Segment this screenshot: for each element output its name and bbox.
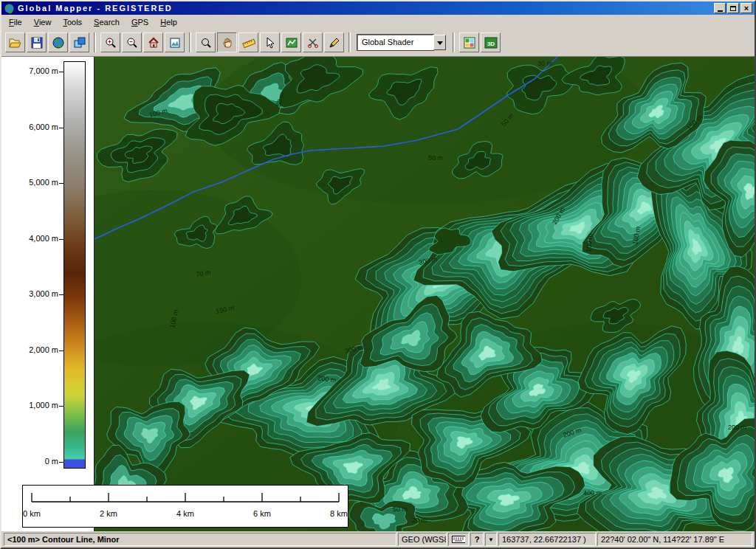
menu-file[interactable]: File: [3, 16, 28, 28]
status-projection: GEO (WGS8: [398, 533, 447, 546]
path-profile-tool-button[interactable]: [281, 32, 301, 52]
legend-label: 6,000 m: [29, 122, 58, 131]
zoom-out-icon: [126, 37, 138, 49]
restore-icon: [730, 6, 736, 11]
toolbar-separator: [348, 32, 351, 52]
status-projected-coordinates: 163737, 22.66722137 ): [498, 533, 596, 546]
app-window: Global Mapper - REGISTERED × FileViewToo…: [0, 0, 756, 549]
pen-icon: [329, 37, 340, 49]
minimize-button[interactable]: [714, 3, 726, 13]
home-icon: [148, 37, 159, 49]
legend-label: 2,000 m: [29, 345, 58, 354]
keyboard-icon: [452, 535, 465, 544]
status-bar: <100 m> Contour Line, Minor GEO (WGS8 ? …: [1, 531, 755, 548]
open-button[interactable]: [5, 32, 25, 52]
elevation-gradient-bar: [63, 61, 86, 469]
scale-bar: 0 km2 km4 km6 km8 km: [22, 485, 348, 528]
map-extent-icon: [169, 37, 181, 49]
toolbar-separator: [453, 32, 455, 52]
globe-icon: [52, 37, 64, 49]
contour-label: 50 m: [393, 505, 408, 513]
elevation-legend: 7,000 m6,000 m5,000 m4,000 m3,000 m2,000…: [1, 57, 94, 531]
shader-dropdown[interactable]: Global Shader: [357, 35, 446, 50]
legend-label: 5,000 m: [29, 178, 58, 187]
scale-label: 6 km: [253, 509, 271, 518]
ruler-icon: [242, 37, 255, 49]
contour-label: 50 m: [428, 154, 443, 162]
zoom-full-button[interactable]: [143, 32, 163, 52]
legend-tick: [59, 72, 63, 72]
scale-label: 0 km: [23, 509, 41, 518]
legend-tick: [59, 183, 63, 184]
contour-label: 30 m: [537, 60, 552, 67]
title-bar[interactable]: Global Mapper - REGISTERED ×: [1, 1, 755, 15]
legend-tick: [59, 294, 63, 295]
menu-gps[interactable]: GPS: [126, 16, 154, 28]
crop-tool-button[interactable]: [303, 32, 323, 52]
legend-label: 4,000 m: [29, 234, 58, 243]
map-canvas[interactable]: 30 m50 m100 m50 m50 m70 m150 m100 m300 m…: [94, 57, 755, 531]
scissors-icon: [307, 37, 319, 49]
contour-label: 400 m: [583, 489, 602, 497]
export-button[interactable]: [69, 32, 89, 52]
window-controls: ×: [712, 3, 752, 13]
close-icon: ×: [744, 4, 749, 12]
map-view: 30 m50 m100 m50 m50 m70 m150 m100 m300 m…: [1, 57, 755, 531]
zoom-in-icon: [105, 37, 117, 49]
toolbar-separator: [94, 32, 96, 52]
legend-label: 0 m: [45, 457, 58, 466]
digitizer-tool-button[interactable]: [324, 32, 344, 52]
scale-label: 2 km: [100, 509, 117, 518]
help-button[interactable]: ?: [470, 533, 484, 546]
restore-button[interactable]: [727, 3, 739, 13]
menu-help[interactable]: Help: [154, 16, 183, 28]
keyboard-shortcuts-button[interactable]: [448, 533, 469, 546]
menu-tools[interactable]: Tools: [57, 16, 88, 28]
contour-label: 200 m: [728, 424, 746, 431]
status-geographic-coordinates: 22?40' 02.00" N, 114?22' 17.89" E: [597, 533, 752, 546]
menu-view[interactable]: View: [28, 16, 58, 28]
chevron-down-icon[interactable]: [433, 35, 446, 50]
menu-search[interactable]: Search: [88, 16, 126, 28]
toolbar-separator: [189, 32, 191, 52]
minimize-icon: [718, 10, 723, 12]
pan-tool-button[interactable]: [217, 32, 237, 52]
scale-bar-ticks: [23, 488, 348, 508]
3d-view-button[interactable]: 3D: [481, 32, 501, 52]
online-imagery-button[interactable]: [48, 32, 68, 52]
window-title: Global Mapper - REGISTERED: [18, 4, 712, 13]
cursor-arrow-icon: [264, 37, 276, 49]
menu-bar: FileViewToolsSearchGPSHelp: [1, 15, 755, 29]
contour-label: 20 m: [412, 517, 427, 524]
full-extent-button[interactable]: [165, 32, 185, 52]
magnifier-icon: [200, 37, 212, 49]
legend-tick: [59, 462, 63, 463]
down-triangle-icon: ▼: [488, 536, 494, 543]
legend-tick: [59, 239, 63, 240]
legend-tick: [59, 128, 63, 128]
shader-dropdown-value: Global Shader: [357, 35, 433, 50]
legend-tick: [59, 351, 63, 351]
select-tool-button[interactable]: [260, 32, 280, 52]
layers-icon: [74, 37, 86, 49]
profile-line-icon: [286, 37, 298, 49]
app-icon: [4, 3, 15, 14]
overlay-grid-icon: [464, 37, 475, 49]
zoom-out-button[interactable]: [122, 32, 142, 52]
legend-label: 3,000 m: [29, 289, 58, 298]
scale-label: 8 km: [330, 509, 348, 518]
close-button[interactable]: ×: [740, 3, 752, 13]
overlay-control-button[interactable]: [459, 32, 479, 52]
status-feature-text: <100 m> Contour Line, Minor: [4, 533, 396, 546]
zoom-tool-button[interactable]: [196, 32, 216, 52]
measure-tool-button[interactable]: [238, 32, 258, 52]
toolbar: Global Shader 3D: [1, 29, 755, 57]
coordinate-format-arrow[interactable]: ▼: [485, 533, 497, 546]
legend-label: 1,000 m: [29, 401, 58, 410]
svg-text:3D: 3D: [487, 40, 494, 46]
zoom-in-button[interactable]: [100, 32, 120, 52]
open-folder-icon: [9, 37, 22, 49]
legend-tick: [59, 406, 63, 407]
hand-icon: [221, 37, 233, 49]
save-button[interactable]: [27, 32, 47, 52]
